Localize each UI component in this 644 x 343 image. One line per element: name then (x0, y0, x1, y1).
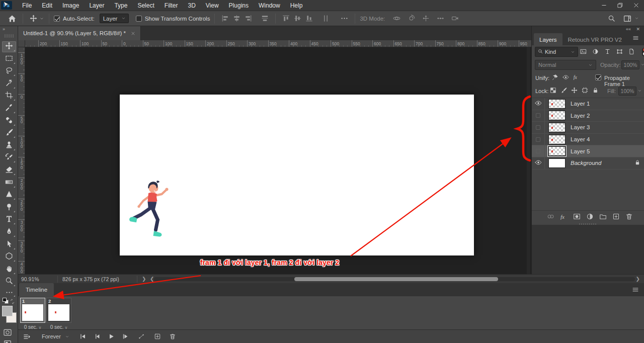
panel-menu-icon[interactable] (632, 34, 639, 43)
search-icon[interactable] (606, 15, 617, 22)
zoom-tool[interactable] (2, 276, 16, 287)
layer-row-layer-1[interactable]: Layer 1 (532, 98, 644, 110)
filter-toggle-pill[interactable] (642, 48, 644, 56)
delete-layer-icon[interactable] (625, 213, 633, 221)
align-left-button[interactable] (219, 15, 231, 22)
status-next-icon[interactable]: ❯ (142, 276, 146, 282)
marquee-tool[interactable] (2, 54, 16, 65)
blend-mode-dropdown[interactable]: Normal (535, 60, 596, 70)
quick-selection-tool[interactable] (2, 78, 16, 90)
restore-button[interactable] (612, 0, 628, 11)
brush-tool[interactable] (2, 128, 16, 139)
eyedropper-tool[interactable] (2, 103, 16, 114)
fill-value[interactable]: 100% (618, 87, 636, 96)
layer-thumbnail[interactable] (548, 99, 566, 109)
layer-name[interactable]: Layer 3 (571, 124, 631, 130)
visibility-toggle[interactable] (532, 145, 545, 157)
frame-2[interactable]: 2 (46, 298, 71, 323)
minimize-button[interactable] (596, 0, 612, 11)
lock-paint-icon[interactable] (560, 87, 567, 95)
opacity-value[interactable]: 100% (621, 60, 639, 69)
menu-select[interactable]: Select (132, 0, 159, 11)
more-options-button[interactable] (339, 15, 350, 22)
layer-name[interactable]: Layer 5 (571, 148, 631, 154)
frame-1[interactable]: 1 (20, 298, 45, 323)
layer-row-layer-2[interactable]: Layer 2 (532, 110, 644, 122)
delete-frame-button[interactable] (169, 333, 176, 340)
layer-name[interactable]: Layer 1 (571, 101, 631, 107)
align-top-button[interactable] (280, 15, 292, 22)
tab-retouch[interactable]: Retouch VR PRO V2 (562, 33, 627, 46)
convert-to-video-timeline-button[interactable] (23, 333, 31, 340)
menu-type[interactable]: Type (109, 0, 132, 11)
scroll-right-icon[interactable]: ❯ (636, 276, 640, 282)
zoom-level[interactable]: 90.91% (21, 276, 39, 282)
chevron-down-icon[interactable] (634, 16, 639, 21)
lock-all-icon[interactable] (592, 87, 599, 95)
chevron-down-icon[interactable] (637, 89, 642, 93)
clone-stamp-tool[interactable] (2, 140, 16, 151)
layer-thumbnail[interactable] (548, 123, 566, 132)
adjustment-layer-icon[interactable] (586, 213, 594, 221)
visibility-toggle[interactable] (532, 110, 545, 122)
unify-position-icon[interactable] (552, 74, 558, 81)
dodge-tool[interactable] (2, 202, 16, 213)
layer-row-background[interactable]: Background (532, 157, 644, 169)
pan-3d-icon[interactable] (420, 15, 432, 22)
menu-window[interactable]: Window (254, 0, 285, 11)
auto-select-checkbox[interactable] (54, 16, 60, 22)
tab-layers[interactable]: Layers (534, 33, 562, 46)
visibility-toggle[interactable] (532, 98, 545, 110)
align-center-horizontal-button[interactable] (231, 15, 243, 22)
next-frame-button[interactable] (122, 333, 129, 340)
canvas-viewport[interactable]: fram 1 đi với layer 1, fram 2 đi với lay… (25, 47, 531, 274)
hand-tool[interactable] (2, 264, 16, 275)
tab-timeline[interactable]: Timeline (19, 283, 54, 296)
lock-transparent-icon[interactable] (550, 87, 556, 95)
tween-button[interactable] (138, 333, 145, 340)
layer-name[interactable]: Layer 4 (571, 136, 631, 142)
filter-image-icon[interactable] (580, 48, 587, 56)
eraser-tool[interactable] (2, 165, 16, 176)
kind-filter-dropdown[interactable]: Kind (535, 47, 578, 57)
close-button[interactable] (628, 0, 644, 11)
vertical-scrollbar[interactable] (527, 47, 530, 274)
home-button[interactable] (6, 15, 18, 23)
menu-view[interactable]: View (201, 0, 224, 11)
menu-file[interactable]: File (17, 0, 37, 11)
document-tab[interactable]: Untitled-1 @ 90.9% (Layer 5, RGB/8#) * (18, 26, 141, 40)
camera-3d-icon[interactable] (449, 15, 461, 22)
layer-name[interactable]: Background (571, 160, 631, 166)
layer-row-layer-5[interactable]: Layer 5 (532, 145, 644, 157)
filter-shape-icon[interactable] (616, 48, 623, 56)
menu-edit[interactable]: Edit (37, 0, 57, 11)
foreground-color-swatch[interactable] (2, 306, 13, 316)
horizontal-ruler[interactable]: 2001501005005010015020025030035040045050… (18, 40, 531, 47)
timeline-menu-icon[interactable] (632, 286, 639, 295)
chevron-down-icon[interactable] (65, 334, 69, 339)
document-canvas[interactable] (120, 95, 474, 255)
layer-thumbnail[interactable] (548, 146, 566, 156)
propagate-checkbox[interactable] (595, 74, 601, 80)
move-tool-preset-icon[interactable] (28, 15, 39, 22)
menu-filter[interactable]: Filter (159, 0, 183, 11)
chevron-down-icon[interactable] (640, 62, 644, 67)
filter-type-icon[interactable] (604, 48, 611, 56)
panel-resize-grip[interactable] (579, 223, 597, 225)
distribute-vertical-button[interactable] (320, 15, 332, 22)
history-brush-tool[interactable] (2, 152, 16, 163)
collapse-panels-icon[interactable]: «« (626, 27, 631, 32)
menu-plugins[interactable]: Plugins (224, 0, 254, 11)
play-button[interactable] (108, 333, 115, 340)
layer-mask-icon[interactable] (573, 213, 581, 221)
menu-help[interactable]: Help (285, 0, 308, 11)
toolbar-grip[interactable] (5, 34, 14, 38)
screen-mode-button[interactable] (3, 339, 12, 343)
layer-thumbnail[interactable] (548, 158, 566, 168)
unify-style-icon[interactable]: fx (573, 74, 580, 81)
first-frame-button[interactable] (79, 333, 87, 340)
pen-tool[interactable] (2, 227, 16, 238)
duplicate-frame-button[interactable] (154, 333, 161, 340)
horizontal-scrollbar-thumb[interactable] (294, 277, 498, 281)
layer-thumbnail[interactable] (548, 135, 566, 144)
